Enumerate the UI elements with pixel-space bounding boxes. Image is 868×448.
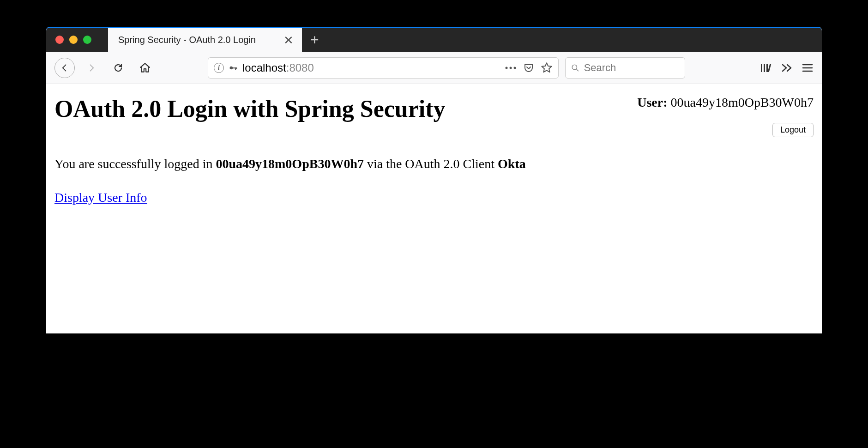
home-button[interactable] (135, 58, 155, 78)
menu-icon[interactable] (802, 63, 814, 73)
toolbar-right (760, 62, 814, 73)
url-port: :8080 (286, 61, 314, 74)
site-info-icon[interactable]: i (214, 63, 224, 73)
msg-middle: via the OAuth 2.0 Client (364, 157, 498, 171)
arrow-right-icon (87, 63, 96, 73)
svg-rect-10 (764, 64, 765, 72)
key-icon (229, 63, 238, 73)
svg-point-4 (506, 67, 508, 69)
page-header: OAuth 2.0 Login with Spring Security Use… (54, 95, 814, 137)
user-block: User: 00ua49y18m0OpB30W0h7 (637, 95, 814, 110)
user-id: 00ua49y18m0OpB30W0h7 (670, 95, 814, 109)
page-title: OAuth 2.0 Login with Spring Security (54, 95, 446, 122)
window-controls (55, 36, 91, 44)
svg-rect-2 (235, 67, 236, 70)
url-host: localhost (242, 61, 286, 74)
browser-window: Spring Security - OAuth 2.0 Login ✕ + i … (46, 27, 822, 333)
close-tab-icon[interactable]: ✕ (283, 34, 294, 46)
overflow-icon[interactable] (781, 63, 793, 73)
browser-tab[interactable]: Spring Security - OAuth 2.0 Login ✕ (108, 27, 302, 52)
search-input[interactable] (584, 62, 679, 74)
url-bar[interactable]: i localhost:8080 (208, 57, 559, 79)
search-bar[interactable] (565, 57, 685, 79)
close-window-button[interactable] (55, 36, 64, 44)
home-icon (139, 62, 151, 74)
new-tab-button[interactable]: + (310, 32, 319, 47)
user-label: User: (637, 95, 667, 109)
arrow-left-icon (60, 63, 69, 73)
minimize-window-button[interactable] (69, 36, 78, 44)
svg-point-6 (514, 67, 516, 69)
logout-button[interactable]: Logout (772, 123, 814, 137)
svg-rect-3 (236, 67, 237, 69)
page-content: OAuth 2.0 Login with Spring Security Use… (46, 84, 822, 333)
page-actions-icon[interactable] (505, 66, 517, 70)
library-icon[interactable] (760, 62, 773, 73)
svg-point-5 (510, 67, 512, 69)
reload-button[interactable] (108, 58, 128, 78)
display-user-info-link[interactable]: Display User Info (54, 190, 147, 205)
logout-form: Logout (637, 123, 814, 137)
svg-rect-9 (761, 64, 762, 72)
tab-title: Spring Security - OAuth 2.0 Login (118, 35, 277, 45)
svg-rect-11 (766, 64, 768, 72)
url-actions (505, 62, 553, 74)
msg-prefix: You are successfully logged in (54, 157, 216, 171)
msg-user: 00ua49y18m0OpB30W0h7 (216, 157, 364, 171)
user-section: User: 00ua49y18m0OpB30W0h7 Logout (637, 95, 814, 137)
browser-toolbar: i localhost:8080 (46, 52, 822, 84)
url-text: localhost:8080 (242, 61, 500, 74)
svg-line-8 (576, 69, 578, 71)
search-icon (571, 63, 579, 73)
msg-client: Okta (498, 157, 526, 171)
forward-button[interactable] (81, 58, 102, 78)
svg-rect-12 (768, 64, 772, 72)
svg-point-0 (230, 66, 233, 69)
login-message: You are successfully logged in 00ua49y18… (54, 155, 814, 173)
back-button[interactable] (54, 58, 75, 78)
reload-icon (113, 62, 124, 73)
pocket-icon[interactable] (523, 62, 534, 73)
maximize-window-button[interactable] (83, 36, 91, 44)
tab-bar: Spring Security - OAuth 2.0 Login ✕ + (46, 27, 822, 52)
bookmark-star-icon[interactable] (541, 62, 553, 74)
